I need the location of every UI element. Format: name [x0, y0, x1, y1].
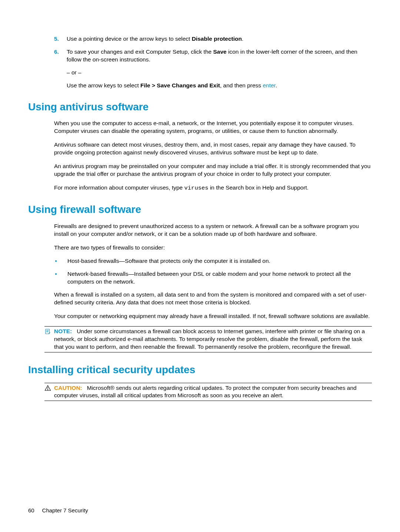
text: in the Search box in Help and Support.	[209, 184, 309, 191]
text: , and then press	[220, 82, 263, 88]
paragraph: Antivirus software can detect most virus…	[54, 141, 372, 157]
bullet-list: ● Host-based firewalls—Software that pro…	[54, 257, 372, 286]
note-label: NOTE:	[54, 328, 72, 334]
page-number: 60	[28, 507, 34, 513]
code-text: viruses	[184, 185, 208, 191]
step-number: 5.	[54, 35, 67, 43]
text: To save your changes and exit Computer S…	[67, 48, 213, 55]
paragraph: Firewalls are designed to prevent unauth…	[54, 222, 372, 238]
caution-icon	[44, 384, 54, 394]
bullet-icon: ●	[54, 270, 67, 286]
caution-body: Microsoft® sends out alerts regarding cr…	[54, 385, 357, 399]
note-body: Under some circumstances a firewall can …	[54, 328, 365, 350]
paragraph: For more information about computer viru…	[54, 184, 372, 192]
step-or: – or –	[67, 69, 372, 77]
svg-point-2	[47, 389, 48, 389]
bold-text: Save	[213, 48, 226, 55]
key-name: enter	[263, 82, 275, 88]
bullet-text: Host-based firewalls—Software that prote…	[67, 257, 270, 265]
step-6: 6. To save your changes and exit Compute…	[54, 48, 372, 90]
heading-updates: Installing critical security updates	[28, 363, 372, 377]
step-number: 6.	[54, 48, 67, 90]
bullet-item: ● Host-based firewalls—Software that pro…	[54, 257, 372, 265]
bullet-icon: ●	[54, 257, 67, 265]
caution-label: CAUTION:	[54, 385, 82, 391]
step-5: 5. Use a pointing device or the arrow ke…	[54, 35, 372, 43]
heading-firewall: Using firewall software	[28, 203, 372, 217]
paragraph: An antivirus program may be preinstalled…	[54, 163, 372, 178]
paragraph: There are two types of firewalls to cons…	[54, 244, 372, 252]
page: 5. Use a pointing device or the arrow ke…	[0, 0, 400, 532]
heading-antivirus: Using antivirus software	[28, 100, 372, 114]
step-body: Use a pointing device or the arrow keys …	[67, 35, 372, 43]
text: Use a pointing device or the arrow keys …	[67, 36, 192, 42]
note-icon	[44, 328, 54, 337]
text: .	[242, 36, 243, 42]
bullet-item: ● Network-based firewalls—Installed betw…	[54, 270, 372, 286]
bold-text: Disable protection	[192, 36, 242, 42]
paragraph: Your computer or networking equipment ma…	[54, 312, 372, 320]
text: Use the arrow keys to select	[67, 82, 140, 88]
caution-callout: CAUTION: Microsoft® sends out alerts reg…	[44, 383, 372, 401]
text: .	[276, 82, 277, 88]
paragraph: When a firewall is installed on a system…	[54, 291, 372, 307]
step-body: To save your changes and exit Computer S…	[67, 48, 372, 90]
ordered-list: 5. Use a pointing device or the arrow ke…	[54, 35, 372, 90]
chapter-label: Chapter 7 Security	[42, 507, 88, 513]
bold-text: File > Save Changes and Exit	[140, 82, 220, 88]
bullet-text: Network-based firewalls—Installed betwee…	[67, 270, 372, 286]
text: For more information about computer viru…	[54, 184, 184, 191]
note-callout: NOTE: Under some circumstances a firewal…	[44, 326, 372, 352]
page-footer: 60 Chapter 7 Security	[28, 507, 88, 514]
paragraph: When you use the computer to access e-ma…	[54, 120, 372, 135]
